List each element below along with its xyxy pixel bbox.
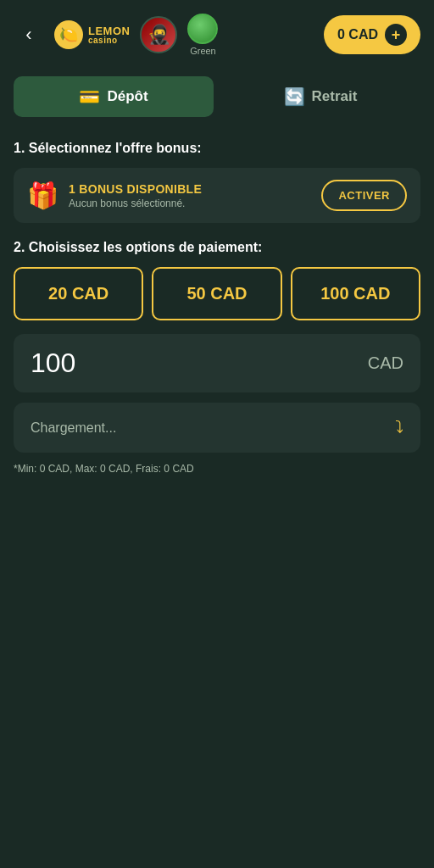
tab-retrait[interactable]: 🔄 Retrait [220,76,420,117]
avatar: 🥷 [140,16,177,53]
tabs-container: 💳 Dépôt 🔄 Retrait [0,66,434,127]
amount-50-button[interactable]: 50 CAD [152,267,281,320]
amount-input-container: CAD [14,334,420,392]
tab-depot[interactable]: 💳 Dépôt [14,76,214,117]
tab-retrait-label: Retrait [312,88,358,105]
payment-info-text: *Min: 0 CAD, Max: 0 CAD, Frais: 0 CAD [14,463,420,475]
payment-options: 20 CAD 50 CAD 100 CAD [14,267,420,320]
user-name-label: Green [190,46,216,56]
logo-casino: casino [88,36,130,45]
balance-button[interactable]: 0 CAD + [324,15,420,54]
retrait-icon: 🔄 [284,86,305,107]
header: ‹ 🍋 LEMON casino 🥷 Green 0 CAD + [0,0,434,66]
back-arrow-icon: ‹ [25,24,31,46]
main-content: 1. Sélectionnez l'offre bonus: 🎁 1 BONUS… [0,127,434,481]
payment-method-label: Chargement... [31,420,116,436]
activer-button[interactable]: ACTIVER [321,180,407,211]
section1-title: 1. Sélectionnez l'offre bonus: [14,141,420,156]
chevron-down-icon: ⤵ [395,418,403,437]
avatar-image: 🥷 [147,24,170,46]
depot-icon: 💳 [79,86,100,107]
bonus-icon: 🎁 [27,181,58,210]
currency-label: CAD [368,353,403,373]
bonus-card: 🎁 1 BONUS DISPONIBLE Aucun bonus sélecti… [14,168,420,223]
bonus-title: 1 BONUS DISPONIBLE [69,182,202,196]
back-button[interactable]: ‹ [14,19,44,50]
amount-20-button[interactable]: 20 CAD [14,267,143,320]
lemon-emoji: 🍋 [59,25,78,44]
bonus-info: 🎁 1 BONUS DISPONIBLE Aucun bonus sélecti… [27,181,202,210]
amount-100-button[interactable]: 100 CAD [291,267,420,320]
logo-lemon: LEMON [88,25,130,36]
section2-title: 2. Choisissez les options de paiement: [14,240,420,255]
logo-text: LEMON casino [88,25,130,45]
bonus-subtitle: Aucun bonus sélectionné. [69,198,202,209]
logo-icon: 🍋 [54,20,83,49]
logo: 🍋 LEMON casino [54,20,130,49]
bonus-text: 1 BONUS DISPONIBLE Aucun bonus sélection… [69,182,202,209]
user-status-icon [187,14,218,44]
user-info: Green [187,14,218,56]
payment-method-dropdown[interactable]: Chargement... ⤵ [14,403,420,453]
amount-input[interactable] [31,348,292,379]
add-funds-icon: + [385,24,407,46]
balance-amount: 0 CAD [337,27,378,42]
tab-depot-label: Dépôt [107,88,147,105]
